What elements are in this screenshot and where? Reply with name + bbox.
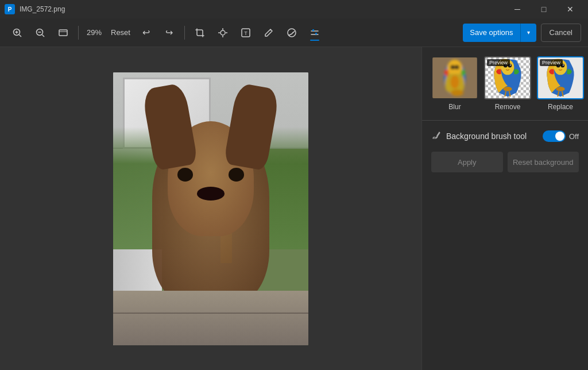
main-content: Blur [0,47,588,370]
main-image [113,72,308,345]
blur-option[interactable]: Blur [431,56,478,111]
canvas-area[interactable] [0,47,421,370]
photo-background [113,72,308,345]
title-bar: P IMG_2572.png ─ □ ✕ [0,0,588,18]
window-title: IMG_2572.png [20,5,65,13]
cancel-button[interactable]: Cancel [541,24,581,42]
save-options-chevron[interactable]: ▾ [520,24,536,42]
image-container [113,72,308,345]
svg-point-25 [450,65,455,70]
toolbar: 29% Reset ↩ ↪ T [0,18,588,47]
zoom-level: 29% [83,28,105,37]
right-panel: Blur [421,47,588,370]
svg-point-26 [455,65,459,70]
svg-rect-19 [312,29,314,31]
toggle-knob [555,132,564,141]
svg-rect-9 [59,30,67,36]
replace-thumbnail[interactable]: Preview [537,56,584,99]
toolbar-right: Save options ▾ Cancel [463,24,581,42]
svg-point-27 [450,90,463,96]
apply-button[interactable]: Apply [431,152,503,172]
redo-button[interactable]: ↪ [159,22,180,43]
brush-toggle[interactable] [543,130,566,142]
window-controls: ─ □ ✕ [504,0,583,18]
remove-label: Remove [495,103,521,111]
title-bar-left: P IMG_2572.png [5,4,65,14]
svg-text:T: T [244,30,247,36]
brush-tool-row: Background brush tool Off [431,130,579,142]
reset-button[interactable]: Reset [107,22,134,43]
brush-icon [431,130,442,142]
save-options-group: Save options ▾ [463,24,536,42]
toggle-state-label: Off [569,132,579,141]
blur-label: Blur [448,103,461,111]
save-options-button[interactable]: Save options [463,24,520,42]
replace-option[interactable]: Preview Replace [537,56,584,111]
toggle-container: Off [543,130,579,142]
brush-tool-label: Background brush tool [446,132,538,141]
app-icon: P [5,4,15,14]
fit-button[interactable] [53,22,74,43]
svg-point-36 [510,64,511,65]
zoom-in-button[interactable] [7,22,28,43]
svg-text:P: P [8,6,12,13]
maximize-button[interactable]: □ [531,0,557,18]
svg-point-37 [503,87,512,91]
remove-preview-badge: Preview [487,59,510,66]
svg-point-11 [220,30,225,35]
undo-button[interactable]: ↩ [136,22,157,43]
svg-rect-20 [315,33,317,34]
close-button[interactable]: ✕ [557,0,583,18]
pen-button[interactable] [258,22,279,43]
more-button[interactable] [304,22,325,43]
action-buttons: Apply Reset background [431,152,579,172]
minimize-button[interactable]: ─ [504,0,531,18]
remove-thumbnail[interactable]: Preview [484,56,531,99]
crop-button[interactable] [189,22,210,43]
svg-line-7 [42,34,45,37]
remove-bg-button[interactable] [281,22,302,43]
replace-label: Replace [548,103,573,111]
replace-preview-badge: Preview [540,59,563,66]
toolbar-divider-2 [184,26,185,40]
remove-option[interactable]: Preview Remove [484,56,531,111]
svg-point-24 [450,75,459,88]
reset-background-button[interactable]: Reset background [508,152,579,172]
zoom-out-button[interactable] [30,22,51,43]
blur-thumbnail[interactable] [431,56,478,99]
text-button[interactable]: T [235,22,256,43]
adjust-button[interactable] [212,22,233,43]
panel-divider [422,120,588,121]
background-options: Blur [431,56,579,111]
svg-point-45 [556,87,564,91]
toolbar-divider-1 [78,26,79,40]
svg-line-3 [20,34,22,37]
svg-point-44 [563,64,564,65]
